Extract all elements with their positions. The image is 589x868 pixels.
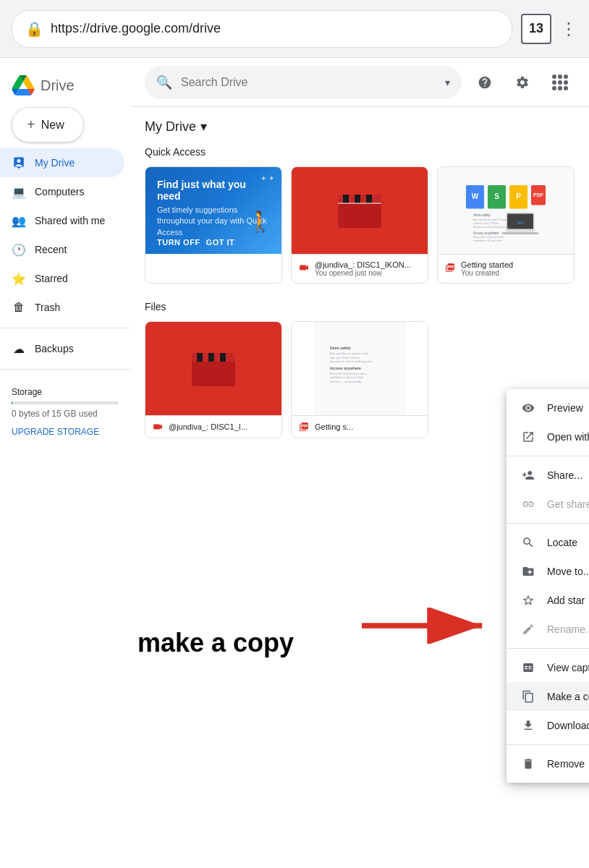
sidebar-label-starred: Starred xyxy=(35,273,68,284)
recent-icon: 🕐 xyxy=(12,242,26,257)
app-name: Drive xyxy=(41,77,75,94)
file-clapper-icon xyxy=(188,347,239,391)
settings-button[interactable] xyxy=(508,68,537,97)
svg-text:Every file in Drive becomes: Every file in Drive becomes xyxy=(473,236,504,239)
menu-label-move-to: Move to... xyxy=(547,566,589,577)
svg-text:Sync: Sync xyxy=(517,221,524,224)
got-it-button[interactable]: GOT IT xyxy=(206,238,235,247)
svg-rect-18 xyxy=(502,232,538,234)
header-icons xyxy=(470,68,575,97)
browser-menu-icon[interactable]: ⋮ xyxy=(560,19,577,39)
menu-item-locate[interactable]: Locate xyxy=(507,528,589,557)
svg-rect-2 xyxy=(343,195,349,203)
menu-item-rename: Rename... xyxy=(507,615,589,644)
video-thumbnail xyxy=(292,167,428,254)
turn-off-button[interactable]: TURN OFF xyxy=(157,238,200,247)
help-button[interactable] xyxy=(470,68,499,97)
preview-icon xyxy=(521,401,535,415)
breadcrumb-label[interactable]: My Drive xyxy=(145,119,196,135)
quick-access-promo-card[interactable]: Find just what you need Get timely sugge… xyxy=(145,166,282,284)
sidebar-item-trash[interactable]: 🗑 Trash xyxy=(0,293,124,322)
menu-label-get-link: Get shareable link xyxy=(547,498,589,510)
menu-divider-2 xyxy=(507,523,589,524)
menu-item-view-caption[interactable]: View caption tracks... xyxy=(507,653,589,682)
sidebar-item-backups[interactable]: ☁ Backups xyxy=(0,334,124,363)
trash-icon: 🗑 xyxy=(12,300,26,315)
promo-card-thumb: Find just what you need Get timely sugge… xyxy=(145,167,281,254)
sidebar-item-computers[interactable]: 💻 Computers xyxy=(0,177,124,206)
app-grid-icon xyxy=(552,75,568,90)
sidebar-label-trash: Trash xyxy=(35,302,60,313)
search-dropdown-icon[interactable]: ▾ xyxy=(445,77,450,88)
apps-button[interactable] xyxy=(546,68,575,97)
sidebar-divider-2 xyxy=(0,369,130,370)
quick-access-video-card[interactable]: @jundiva_: DISC1_IKON... You opened just… xyxy=(291,166,428,284)
search-input[interactable] xyxy=(181,76,436,89)
storage-label: Storage xyxy=(12,387,119,397)
menu-item-open-with[interactable]: Open with › xyxy=(507,422,589,451)
svg-rect-0 xyxy=(338,200,381,228)
file-card-video[interactable]: @jundiva_: DISC1_I... xyxy=(145,321,282,438)
video-card-text: @jundiva_: DISC1_IKON... You opened just… xyxy=(315,260,411,277)
menu-label-rename: Rename... xyxy=(547,624,589,635)
svg-text:available on all your other: available on all your other xyxy=(473,239,503,242)
rename-icon xyxy=(521,622,535,637)
getting-started-thumb: W S P PDF xyxy=(438,167,574,254)
sidebar-label-shared: Shared with me xyxy=(35,215,105,226)
svg-text:PDF: PDF xyxy=(533,192,544,197)
storage-section: Storage 0 bytes of 15 GB used UPGRADE ST… xyxy=(0,375,130,449)
video-file-name: @jundiva_: DISC1_IKON... xyxy=(315,260,411,269)
svg-rect-27 xyxy=(192,359,235,386)
svg-text:documents, and everything else: documents, and everything else. xyxy=(330,359,373,363)
backups-icon: ☁ xyxy=(12,341,26,356)
sidebar-item-recent[interactable]: 🕐 Recent xyxy=(0,235,124,264)
move-to-icon xyxy=(521,564,535,579)
file-card-pdf[interactable]: Store safely Add any file you want to ke… xyxy=(291,321,428,438)
svg-text:Add any file you want to keep: Add any file you want to keep xyxy=(473,218,507,221)
menu-label-add-star: Add star xyxy=(547,595,585,606)
storage-bar-background xyxy=(12,401,119,404)
sidebar-label-backups: Backups xyxy=(35,343,74,354)
sidebar-item-starred[interactable]: ⭐ Starred xyxy=(0,264,124,293)
menu-label-make-copy: Make a copy xyxy=(547,691,589,702)
promo-buttons: TURN OFF GOT IT xyxy=(157,238,234,247)
svg-text:S: S xyxy=(494,192,499,200)
svg-text:safe into Drive. Photos,: safe into Drive. Photos, xyxy=(330,356,361,359)
menu-item-add-star[interactable]: Add star xyxy=(507,586,589,615)
menu-divider-1 xyxy=(507,456,589,456)
storage-bar-fill xyxy=(12,401,12,404)
menu-item-download[interactable]: Download xyxy=(507,711,589,740)
menu-label-remove: Remove xyxy=(547,758,585,770)
gs-thumbnail: W S P PDF xyxy=(438,167,574,254)
svg-rect-3 xyxy=(355,195,360,203)
svg-text:devices — automatically.: devices — automatically. xyxy=(330,380,363,383)
menu-item-move-to[interactable]: Move to... xyxy=(507,557,589,586)
quick-access-getting-started-card[interactable]: W S P PDF xyxy=(437,166,575,284)
video-file-icon xyxy=(299,263,309,275)
shared-icon: 👥 xyxy=(12,213,26,228)
upgrade-storage-link[interactable]: UPGRADE STORAGE xyxy=(12,427,99,437)
getting-started-card-info: Getting started You created xyxy=(438,254,574,283)
copy-icon xyxy=(521,689,535,704)
promo-figure-icon: 🚶 xyxy=(247,210,273,234)
menu-item-make-copy[interactable]: Make a copy xyxy=(507,682,589,711)
file-card-pdf-thumb: Store safely Add any file you want to ke… xyxy=(292,322,428,416)
chevron-down-icon[interactable]: ▾ xyxy=(200,119,207,135)
drive-logo: Drive xyxy=(0,64,130,101)
sidebar-item-shared-with-me[interactable]: 👥 Shared with me xyxy=(0,206,124,235)
quick-access-grid: Find just what you need Get timely sugge… xyxy=(145,166,575,284)
url-box[interactable]: 🔒 https://drive.google.com/drive xyxy=(12,10,512,48)
lock-icon: 🔒 xyxy=(25,20,43,38)
top-header: 🔍 ▾ xyxy=(130,58,589,107)
my-drive-icon xyxy=(12,156,26,170)
sidebar-item-my-drive[interactable]: My Drive xyxy=(0,148,124,177)
menu-item-remove[interactable]: Remove xyxy=(507,749,589,778)
menu-item-share[interactable]: Share... xyxy=(507,461,589,490)
new-button[interactable]: + New xyxy=(12,107,84,142)
sidebar-divider xyxy=(0,328,130,328)
plus-icon: + xyxy=(27,116,35,133)
video-thumb xyxy=(292,167,428,254)
menu-item-preview[interactable]: Preview xyxy=(507,393,589,422)
svg-text:W: W xyxy=(472,192,479,200)
svg-rect-4 xyxy=(366,195,372,203)
